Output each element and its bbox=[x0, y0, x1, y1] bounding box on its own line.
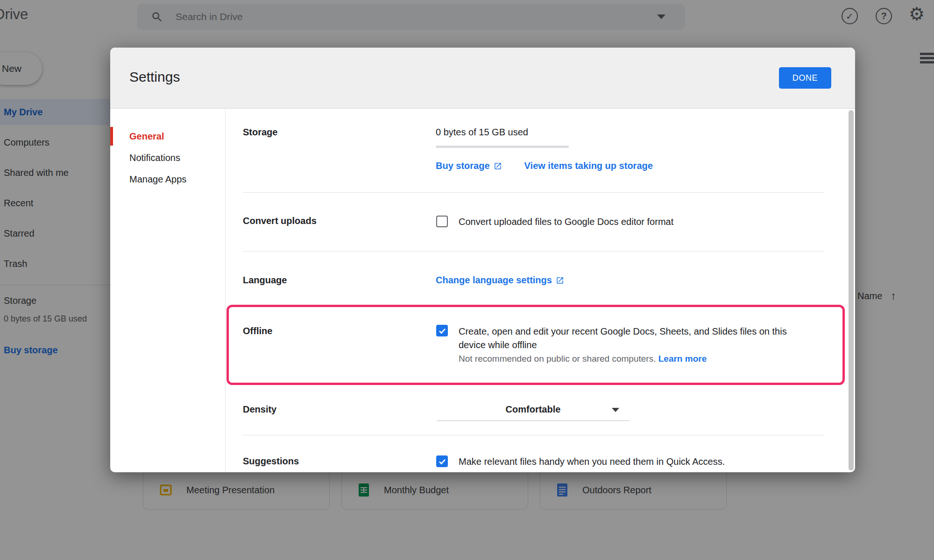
chevron-down-icon bbox=[612, 408, 619, 412]
storage-row-label: Storage bbox=[243, 127, 277, 138]
screen: Drive ✓ ? ⚙ New My Drive Computers Share… bbox=[0, 0, 934, 560]
nav-item-general[interactable]: General bbox=[110, 126, 225, 147]
buy-storage-link-label: Buy storage bbox=[436, 161, 490, 171]
suggestions-row-label: Suggestions bbox=[243, 456, 299, 467]
nav-item-manage-apps[interactable]: Manage Apps bbox=[110, 168, 225, 190]
row-divider bbox=[243, 192, 825, 193]
buy-storage-link[interactable]: Buy storage bbox=[436, 161, 502, 171]
offline-row-label: Offline bbox=[243, 326, 272, 336]
storage-usage-text: 0 bytes of 15 GB used bbox=[436, 127, 528, 138]
external-link-icon bbox=[494, 162, 502, 170]
change-language-link[interactable]: Change language settings bbox=[436, 275, 564, 286]
density-selected-value: Comfortable bbox=[506, 404, 561, 415]
convert-uploads-row-label: Convert uploads bbox=[243, 216, 317, 226]
offline-checkbox-label: Create, open and edit your recent Google… bbox=[459, 325, 807, 365]
nav-item-notifications[interactable]: Notifications bbox=[110, 147, 225, 168]
convert-uploads-checkbox[interactable] bbox=[436, 216, 448, 227]
nav-divider bbox=[225, 109, 226, 472]
learn-more-link[interactable]: Learn more bbox=[658, 352, 707, 365]
density-row-label: Density bbox=[243, 404, 276, 415]
change-language-link-label: Change language settings bbox=[436, 275, 552, 286]
view-items-link[interactable]: View items taking up storage bbox=[524, 161, 653, 171]
storage-progress-bar bbox=[436, 146, 569, 148]
row-divider bbox=[243, 435, 825, 435]
offline-checkbox[interactable] bbox=[436, 325, 448, 336]
settings-dialog: Settings DONE General Notifications Mana… bbox=[110, 48, 855, 472]
view-items-link-label: View items taking up storage bbox=[524, 161, 653, 171]
language-row-label: Language bbox=[243, 275, 287, 286]
suggestions-checkbox[interactable] bbox=[436, 455, 448, 467]
settings-title: Settings bbox=[129, 69, 180, 85]
suggestions-checkbox-label: Make relevant files handy when you need … bbox=[459, 456, 725, 467]
modal-scrollbar[interactable] bbox=[849, 110, 854, 470]
row-divider bbox=[243, 251, 825, 252]
density-dropdown[interactable]: Comfortable bbox=[437, 399, 630, 421]
external-link-icon bbox=[556, 276, 564, 285]
offline-note: Not recommended on public or shared comp… bbox=[459, 354, 707, 364]
offline-note-text: Not recommended on public or shared comp… bbox=[459, 354, 656, 364]
offline-description: Create, open and edit your recent Google… bbox=[459, 326, 787, 350]
convert-uploads-checkbox-label: Convert uploaded files to Google Docs ed… bbox=[459, 217, 673, 227]
done-button[interactable]: DONE bbox=[779, 67, 831, 89]
settings-dialog-header bbox=[110, 48, 855, 109]
